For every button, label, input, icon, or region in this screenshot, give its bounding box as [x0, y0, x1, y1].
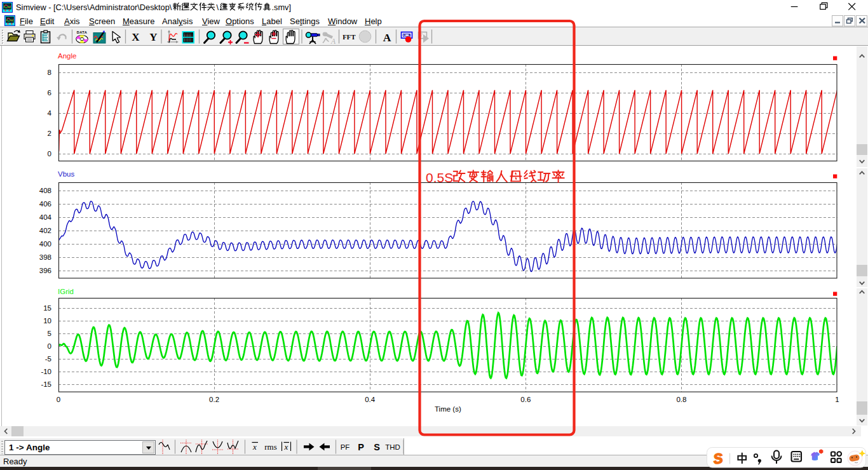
svg-text:0.8: 0.8	[676, 396, 686, 403]
svg-text:0.5S: 0.5S	[426, 170, 453, 185]
svg-text:1: 1	[835, 396, 839, 403]
